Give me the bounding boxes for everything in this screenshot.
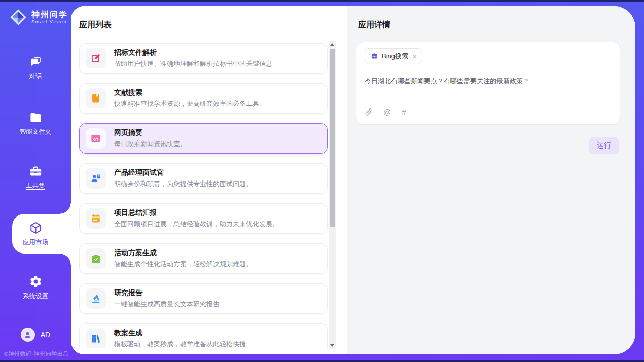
app-card-texts: 网页摘要 每日政府新闻资讯快查。 (114, 128, 187, 149)
app-list-panel: 应用列表 招标文件解析 帮助用户快速、准确地理解和解析招标书中的关键信息 (71, 6, 347, 354)
brand-subtitle: Smart Vision (31, 19, 68, 24)
app-card-texts: 招标文件解析 帮助用户快速、准确地理解和解析招标书中的关键信息 (114, 48, 272, 68)
toolbox-icon (29, 164, 43, 178)
interviewer-icon (86, 168, 106, 189)
app-card-title: 文献搜索 (114, 88, 266, 97)
sidebar-nav-item[interactable]: 对话 (0, 55, 71, 80)
user-account[interactable]: AD (0, 328, 71, 342)
bottom-frame-bar (0, 360, 644, 362)
app-card-description: 智能生成个性化活动方案，轻松解决规划难题。 (114, 260, 253, 269)
hash-icon[interactable]: # (402, 107, 406, 116)
app-card-description: 一键智能生成高质量长文本研究报告 (114, 300, 220, 309)
app-card[interactable]: 招标文件解析 帮助用户快速、准确地理解和解析招标书中的关键信息 (79, 43, 328, 74)
app-card[interactable]: 活动方案生成 智能生成个性化活动方案，轻松解决规划难题。 (79, 243, 328, 274)
calendar-report-icon (86, 208, 106, 229)
microscope-icon (86, 288, 106, 309)
list-scrollbar[interactable] (329, 41, 336, 349)
app-card-title: 产品经理面试官 (114, 168, 253, 177)
sidebar-nav-label: 应用市场 (23, 238, 48, 247)
document-edit-icon (86, 48, 106, 68)
top-frame-bar (0, 0, 644, 2)
app-card-texts: 项目总结汇报 全面回顾项目进展，总结经验教训，助力未来优化发展。 (114, 208, 279, 229)
app-card-texts: 活动方案生成 智能生成个性化活动方案，轻松解决规划难题。 (114, 248, 253, 269)
cube-icon (29, 221, 43, 235)
app-card-description: 快速精准查找学术资源，提高研究效率的必备工具。 (114, 99, 266, 108)
app-card[interactable]: 文献搜索 快速精准查找学术资源，提高研究效率的必备工具。 (79, 83, 328, 114)
user-initials: AD (41, 331, 50, 339)
app-card-description: 模板驱动，教案秒成，教学准备从此轻松快捷 (114, 340, 246, 348)
app-card-texts: 产品经理面试官 明确身份和职责，为您提供专业性的面试问题。 (114, 168, 253, 189)
scrollbar-thumb[interactable] (330, 49, 335, 227)
clipboard-check-icon (86, 248, 106, 269)
content-frame: 应用列表 招标文件解析 帮助用户快速、准确地理解和解析招标书中的关键信息 (71, 6, 635, 354)
sidebar-nav-item[interactable]: 系统设置 (0, 275, 71, 300)
app-card-title: 项目总结汇报 (114, 208, 279, 218)
app-card-title: 招标文件解析 (114, 48, 272, 57)
briefcase-icon (370, 52, 378, 60)
app-card-title: 网页摘要 (114, 128, 187, 137)
run-button[interactable]: 运行 (589, 137, 619, 154)
scroll-up-arrow-icon[interactable] (330, 43, 334, 46)
app-card-texts: 研究报告 一键智能生成高质量长文本研究报告 (114, 288, 220, 309)
app-card-title: 活动方案生成 (114, 248, 253, 258)
book-icon (86, 88, 106, 108)
attachment-toolbar: @ # (365, 107, 612, 116)
avatar (21, 328, 35, 342)
app-card-description: 帮助用户快速、准确地理解和解析招标书中的关键信息 (114, 59, 272, 68)
brand-logo: 神州问学 Smart Vision (9, 8, 68, 26)
app-window: 神州问学 Smart Vision 对话 (0, 0, 644, 362)
query-text[interactable]: 今日湖北有哪些新闻要点？有哪些需要关注的最新政策？ (365, 77, 612, 86)
sidebar-nav-item[interactable]: 工具集 (0, 164, 71, 190)
paperclip-icon[interactable] (365, 108, 373, 116)
webpage-code-icon (86, 128, 106, 149)
app-card-title: 研究报告 (114, 288, 220, 298)
sidebar: 神州问学 Smart Vision 对话 (0, 2, 71, 360)
app-card-description: 全面回顾项目进展，总结经验教训，助力未来优化发展。 (114, 220, 279, 229)
scroll-down-arrow-icon[interactable] (330, 344, 334, 347)
app-card[interactable]: 教案生成 模板驱动，教案秒成，教学准备从此轻松快捷 (79, 323, 328, 348)
prompt-input-card[interactable]: Bing搜索 × 今日湖北有哪些新闻要点？有哪些需要关注的最新政策？ @ # (356, 42, 620, 125)
app-card-title: 教案生成 (114, 329, 246, 338)
app-detail-title: 应用详情 (358, 20, 390, 30)
app-card[interactable]: 项目总结汇报 全面回顾项目进展，总结经验教训，助力未来优化发展。 (79, 203, 328, 234)
sidebar-nav-label: 系统设置 (23, 292, 48, 301)
sidebar-nav-label: 智能文件夹 (20, 128, 52, 136)
sidebar-nav-label: 工具集 (26, 182, 45, 190)
folder-icon (29, 111, 43, 124)
brand-name: 神州问学 (31, 10, 68, 19)
books-icon (86, 329, 106, 348)
app-card[interactable]: 研究报告 一键智能生成高质量长文本研究报告 (79, 283, 328, 314)
diamond-logo-icon (9, 8, 27, 26)
app-card[interactable]: 网页摘要 每日政府新闻资讯快查。 (79, 123, 328, 154)
app-card-description: 明确身份和职责，为您提供专业性的面试问题。 (114, 179, 253, 189)
app-card-list: 招标文件解析 帮助用户快速、准确地理解和解析招标书中的关键信息 文献搜索 快速精… (79, 43, 328, 348)
app-card-description: 每日政府新闻资讯快查。 (114, 139, 187, 149)
brand-name-block: 神州问学 Smart Vision (31, 10, 68, 25)
app-card-texts: 文献搜索 快速精准查找学术资源，提高研究效率的必备工具。 (114, 88, 266, 108)
mention-at-icon[interactable]: @ (383, 107, 391, 116)
active-tab-fillet-bottom (60, 254, 71, 265)
tool-chip-bing-search[interactable]: Bing搜索 × (365, 48, 422, 64)
chip-close-icon[interactable]: × (413, 53, 417, 60)
person-icon (23, 331, 32, 339)
copyright-footer: ©神州数码·神州问学出品 (4, 350, 69, 358)
tool-chip-label: Bing搜索 (382, 52, 408, 61)
app-card-texts: 教案生成 模板驱动，教案秒成，教学准备从此轻松快捷 (114, 329, 246, 348)
active-tab-fillet-top (60, 203, 71, 214)
sidebar-nav-item[interactable]: 应用市场 (0, 221, 71, 246)
sidebar-nav-label: 对话 (29, 72, 42, 81)
app-list-title: 应用列表 (79, 20, 112, 30)
settings-gear-icon (29, 275, 43, 288)
sidebar-nav-item[interactable]: 智能文件夹 (0, 111, 71, 136)
app-card[interactable]: 产品经理面试官 明确身份和职责，为您提供专业性的面试问题。 (79, 163, 328, 194)
chat-icon (29, 55, 43, 68)
app-detail-panel: 应用详情 Bing搜索 × 今日湖北有哪些新闻要点？有哪些需要关注的最新政策？ … (347, 6, 635, 354)
